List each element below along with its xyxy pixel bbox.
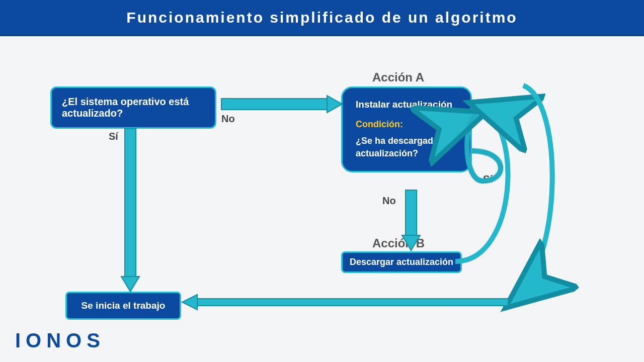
label-action-a: Acción A [372,70,424,84]
action-a-install: Instalar actualización [356,99,457,110]
node-os-updated-text: ¿El sistema operativo está actualizado? [62,96,189,119]
node-action-b: Descargar actualización [341,251,462,273]
node-action-a: Instalar actualización Condición: ¿Se ha… [341,86,472,172]
svg-rect-1 [125,129,136,278]
svg-rect-0 [221,99,327,110]
action-a-condition-question: ¿Se ha descargado la actualización? [356,135,457,160]
start-work-text: Se inicia el trabajo [82,300,166,311]
action-b-text: Descargar actualización [350,257,453,267]
svg-rect-2 [406,190,417,236]
diagram-title: Funcionamiento simplificado de un algori… [0,0,644,36]
edge-label-yes-2: Sí [483,173,493,185]
action-a-condition-label: Condición: [356,119,457,130]
edge-label-no-1: No [221,113,235,125]
logo-ionos: IONOS [15,329,105,352]
edge-label-no-2: No [382,195,396,207]
label-action-b: Acción B [372,236,425,250]
node-os-updated-question: ¿El sistema operativo está actualizado? [50,86,216,129]
node-start-work: Se inicia el trabajo [65,292,181,320]
edge-label-yes-1: Sí [109,131,118,142]
svg-rect-3 [196,299,508,306]
